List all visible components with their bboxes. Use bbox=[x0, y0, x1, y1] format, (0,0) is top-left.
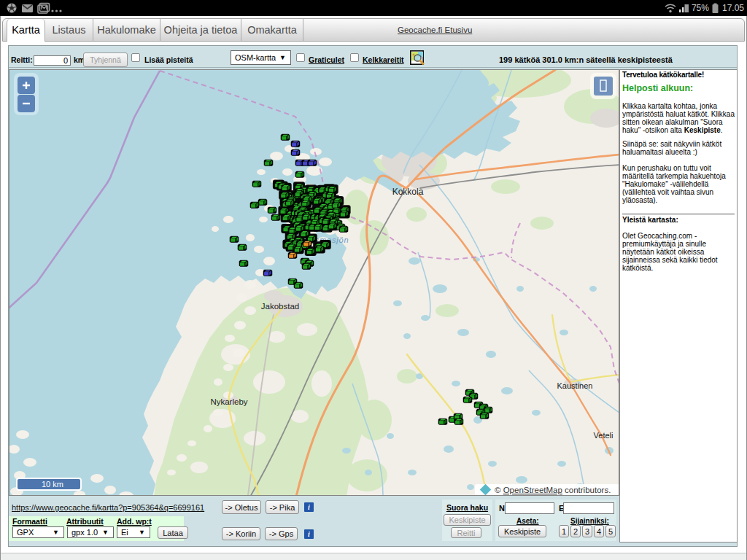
svg-text:Kaustinen: Kaustinen bbox=[557, 381, 593, 390]
svg-text:Kokkola: Kokkola bbox=[392, 187, 424, 197]
svg-text:Jakobstad: Jakobstad bbox=[261, 302, 299, 311]
svg-text:Nykarleby: Nykarleby bbox=[210, 397, 247, 406]
svg-text:© OpenStreetMap contributors.: © OpenStreetMap contributors. bbox=[495, 486, 611, 494]
svg-text:10 km: 10 km bbox=[42, 480, 63, 489]
svg-text:Veteli: Veteli bbox=[594, 431, 614, 440]
